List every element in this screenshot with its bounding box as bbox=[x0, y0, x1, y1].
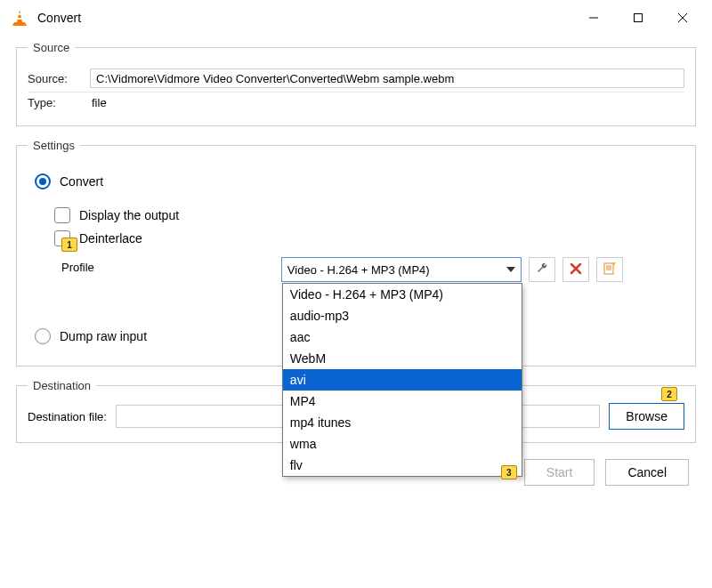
radio-unselected-icon bbox=[35, 328, 51, 344]
svg-rect-2 bbox=[17, 18, 22, 20]
profile-option[interactable]: Video - H.264 + MP3 (MP4) bbox=[283, 284, 522, 305]
profile-option[interactable]: flv bbox=[283, 455, 522, 476]
profile-option[interactable]: aac bbox=[283, 326, 522, 348]
profile-option-selected[interactable]: avi bbox=[283, 369, 522, 391]
source-path-label: Source: bbox=[28, 72, 90, 85]
display-output-checkbox[interactable]: Display the output bbox=[35, 207, 677, 223]
window-title: Convert bbox=[37, 11, 81, 25]
profile-option[interactable]: wma bbox=[283, 433, 522, 455]
profile-option[interactable]: audio-mp3 bbox=[283, 305, 522, 326]
profile-dropdown-list: Video - H.264 + MP3 (MP4) audio-mp3 aac … bbox=[282, 283, 522, 477]
settings-group: Settings Convert Display the output Dein… bbox=[16, 139, 696, 366]
start-button[interactable]: Start bbox=[524, 459, 595, 486]
svg-rect-8 bbox=[604, 263, 613, 274]
profile-combobox[interactable]: Video - H.264 + MP3 (MP4) Video - H.264 … bbox=[281, 257, 522, 282]
vlc-cone-icon bbox=[11, 9, 28, 27]
cancel-button[interactable]: Cancel bbox=[605, 459, 689, 486]
dump-raw-label: Dump raw input bbox=[60, 329, 147, 343]
minimize-button[interactable] bbox=[571, 0, 616, 36]
profile-option[interactable]: mp4 itunes bbox=[283, 412, 522, 433]
svg-rect-5 bbox=[635, 14, 643, 22]
annotation-3: 3 bbox=[501, 465, 517, 479]
chevron-down-icon bbox=[506, 267, 515, 272]
checkbox-unchecked-icon bbox=[54, 207, 70, 223]
source-type-value: file bbox=[90, 96, 107, 109]
start-button-label: Start bbox=[546, 465, 573, 479]
profile-delete-button[interactable] bbox=[562, 257, 589, 282]
new-profile-icon bbox=[603, 262, 617, 278]
annotation-2: 2 bbox=[661, 387, 677, 401]
browse-button-label: Browse bbox=[626, 409, 668, 423]
cancel-button-label: Cancel bbox=[627, 465, 667, 479]
deinterlace-checkbox[interactable]: Deinterlace bbox=[35, 230, 677, 246]
source-type-label: Type: bbox=[28, 96, 90, 109]
deinterlace-label: Deinterlace bbox=[79, 231, 142, 246]
radio-selected-icon bbox=[35, 173, 51, 189]
profile-option[interactable]: WebM bbox=[283, 348, 522, 369]
settings-legend: Settings bbox=[28, 139, 80, 152]
close-button[interactable] bbox=[660, 0, 705, 36]
destination-legend: Destination bbox=[28, 379, 96, 392]
svg-marker-0 bbox=[17, 10, 22, 22]
wrench-icon bbox=[535, 262, 549, 278]
profile-label: Profile bbox=[61, 261, 94, 274]
source-path-input[interactable] bbox=[90, 68, 684, 88]
profile-new-button[interactable] bbox=[596, 257, 623, 282]
display-output-label: Display the output bbox=[79, 208, 179, 222]
profile-selected-value: Video - H.264 + MP3 (MP4) bbox=[287, 263, 430, 277]
profile-edit-button[interactable] bbox=[529, 257, 555, 282]
source-group: Source Source: Type: file bbox=[16, 41, 696, 126]
svg-marker-3 bbox=[12, 22, 27, 26]
titlebar: Convert bbox=[0, 0, 712, 36]
browse-button[interactable]: Browse bbox=[609, 403, 684, 430]
destination-file-label: Destination file: bbox=[28, 410, 107, 423]
svg-rect-1 bbox=[18, 13, 21, 15]
convert-radio-label: Convert bbox=[60, 174, 103, 189]
maximize-button[interactable] bbox=[616, 0, 660, 36]
convert-radio[interactable]: Convert bbox=[35, 173, 677, 189]
x-icon bbox=[569, 262, 583, 278]
profile-option[interactable]: MP4 bbox=[283, 391, 522, 412]
source-legend: Source bbox=[28, 41, 75, 54]
annotation-1: 1 bbox=[61, 238, 77, 252]
